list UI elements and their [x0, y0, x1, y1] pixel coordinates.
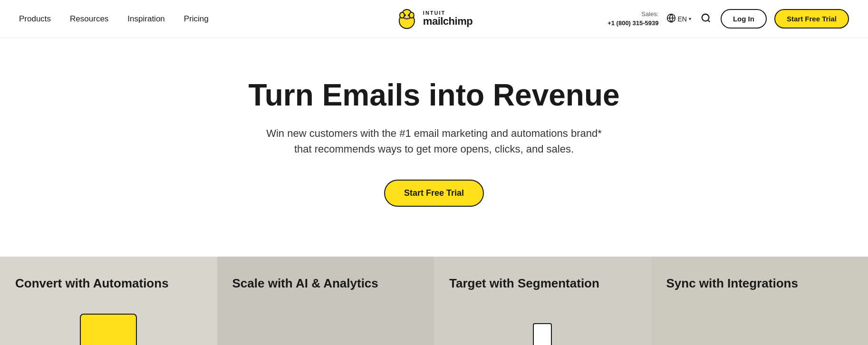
svg-point-4: [404, 14, 406, 16]
svg-point-8: [702, 14, 709, 21]
nav-pricing[interactable]: Pricing: [184, 14, 209, 24]
feature-card-segmentation[interactable]: Target with Segmentation: [434, 257, 651, 345]
login-button[interactable]: Log In: [721, 9, 767, 29]
nav-products[interactable]: Products: [19, 14, 51, 24]
feature-title-automations: Convert with Automations: [15, 276, 202, 292]
globe-icon: [666, 13, 676, 24]
svg-point-5: [408, 14, 410, 16]
feature-card-analytics[interactable]: Scale with AI & Analytics: [217, 257, 434, 345]
nav-resources[interactable]: Resources: [70, 14, 108, 24]
feature-image-automations: [80, 314, 137, 345]
svg-point-3: [409, 12, 414, 18]
svg-point-2: [400, 12, 405, 18]
lang-label: EN: [678, 15, 687, 23]
feature-card-integrations[interactable]: Sync with Integrations: [651, 257, 868, 345]
search-button[interactable]: [699, 11, 713, 27]
feature-card-automations[interactable]: Convert with Automations: [0, 257, 217, 345]
svg-line-9: [708, 20, 710, 22]
feature-image-segmentation: [533, 323, 552, 345]
hero-trial-button[interactable]: Start Free Trial: [384, 180, 484, 207]
header: Products Resources Inspiration Pricing I…: [0, 0, 868, 38]
lang-chevron-icon: ▾: [689, 16, 691, 21]
lang-selector[interactable]: EN ▾: [666, 13, 691, 24]
logo-mailchimp-text: mailchimp: [423, 16, 473, 27]
feature-title-analytics: Scale with AI & Analytics: [232, 276, 419, 292]
nav-inspiration[interactable]: Inspiration: [127, 14, 164, 24]
sales-phone[interactable]: +1 (800) 315-5939: [608, 19, 658, 28]
sales-info: Sales: +1 (800) 315-5939: [608, 10, 658, 27]
hero-section: Turn Emails into Revenue Win new custome…: [0, 38, 868, 257]
feature-section: Convert with Automations Scale with AI &…: [0, 257, 868, 345]
header-trial-button[interactable]: Start Free Trial: [774, 9, 849, 29]
feature-title-integrations: Sync with Integrations: [666, 276, 853, 292]
sales-label: Sales:: [608, 10, 658, 19]
header-right: Sales: +1 (800) 315-5939 EN ▾ Log In Sta…: [608, 9, 849, 29]
mailchimp-logo-icon: [395, 8, 418, 30]
logo[interactable]: INTUIT mailchimp: [395, 8, 473, 30]
nav-left: Products Resources Inspiration Pricing: [19, 14, 209, 24]
feature-title-segmentation: Target with Segmentation: [449, 276, 636, 292]
hero-subtitle: Win new customers with the #1 email mark…: [263, 125, 605, 157]
search-icon: [701, 13, 711, 23]
hero-title: Turn Emails into Revenue: [248, 78, 619, 112]
logo-text: INTUIT mailchimp: [423, 10, 473, 27]
